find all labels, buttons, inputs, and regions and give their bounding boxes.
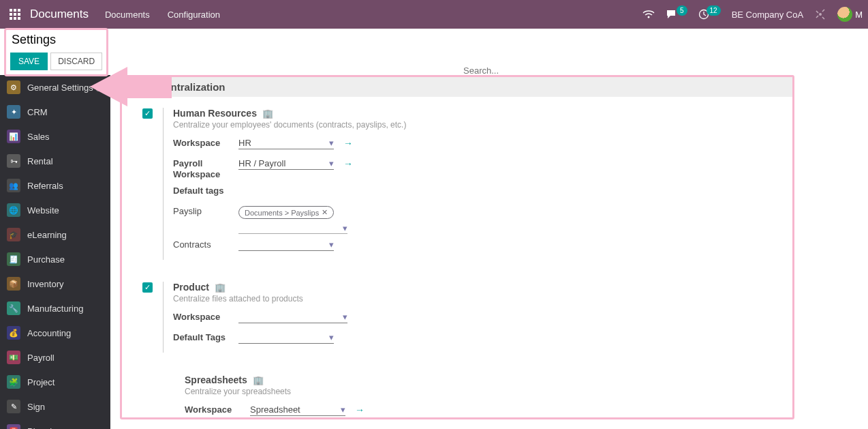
save-button[interactable]: SAVE — [10, 53, 48, 70]
section-header: Files Centralization — [122, 77, 792, 97]
hr-title: Human Resources — [173, 108, 257, 119]
sidebar-icon: 👥 — [7, 179, 20, 192]
sidebar-icon: 🎓 — [7, 228, 20, 241]
sidebar-item-label: Referrals — [27, 181, 63, 191]
user-initial: M — [855, 10, 863, 20]
hr-contracts-label: Contracts — [173, 239, 233, 250]
sidebar-icon: 💵 — [7, 351, 20, 364]
chat-badge: 5 — [677, 5, 687, 16]
sidebar-icon: 🌐 — [7, 203, 20, 217]
sidebar-item-planning[interactable]: 📅Planning — [0, 419, 110, 429]
avatar[interactable]: M — [837, 7, 863, 22]
settings-action-box: Settings SAVE DISCARD — [4, 28, 108, 76]
control-panel: Settings SAVE DISCARD Unsav — [0, 29, 868, 75]
sidebar-item-label: Sales — [27, 132, 50, 142]
svg-point-0 — [647, 16, 649, 18]
sidebar-item-sales[interactable]: 📊Sales — [0, 124, 110, 149]
sidebar-item-label: Rental — [27, 156, 53, 166]
sidebar-item-payroll[interactable]: 💵Payroll — [0, 345, 110, 370]
apps-menu-button[interactable] — [5, 5, 25, 24]
sidebar-item-label: General Settings — [27, 83, 93, 93]
sidebar-icon: 🧾 — [7, 252, 20, 266]
sidebar-item-label: Accounting — [27, 328, 71, 338]
sidebar-icon: 📦 — [7, 277, 20, 291]
sidebar-item-purchase[interactable]: 🧾Purchase — [0, 247, 110, 271]
sidebar-item-label: Website — [27, 205, 59, 216]
product-checkbox[interactable]: ✓ — [142, 282, 153, 293]
sidebar-item-referrals[interactable]: 👥Referrals — [0, 173, 110, 198]
sidebar-item-label: Project — [27, 377, 55, 387]
highlighted-settings-area: Files Centralization ✓ Human Resources 🏢… — [120, 75, 794, 419]
product-deftags-select[interactable]: ▾ — [238, 332, 334, 344]
sidebar-icon: 🧩 — [7, 375, 20, 389]
tag-remove-icon[interactable]: ✕ — [322, 208, 328, 217]
hr-workspace-select[interactable]: HR▾ — [238, 138, 334, 149]
sidebar-item-label: Payroll — [27, 353, 55, 363]
sidebar-icon: ✦ — [7, 105, 20, 119]
page-title: Settings — [12, 33, 102, 47]
spread-title: Spreadsheets — [185, 374, 247, 385]
sidebar-item-accounting[interactable]: 💰Accounting — [0, 321, 110, 345]
hr-workspace-label: Workspace — [173, 138, 233, 149]
sidebar-item-label: Planning — [27, 426, 62, 430]
hr-contracts-select[interactable]: ▾ — [238, 239, 334, 251]
sidebar-icon: 📊 — [7, 130, 20, 143]
sidebar-icon: ⚙ — [7, 80, 20, 94]
sidebar-item-inventory[interactable]: 📦Inventory — [0, 271, 110, 296]
sidebar-item-rental[interactable]: 🗝Rental — [0, 149, 110, 173]
spread-workspace-external-link[interactable]: → — [355, 404, 365, 415]
discard-button[interactable]: DISCARD — [50, 53, 102, 70]
hr-checkbox[interactable]: ✓ — [142, 108, 153, 119]
sidebar-icon: 📅 — [7, 424, 20, 429]
sidebar-item-sign[interactable]: ✎Sign — [0, 394, 110, 419]
company-switch[interactable]: BE Company CoA — [732, 10, 804, 20]
sidebar-item-elearning[interactable]: 🎓eLearning — [0, 222, 110, 247]
spread-desc: Centralize your spreadsheets — [185, 387, 776, 396]
hr-desc: Centralize your employees' documents (co… — [173, 120, 776, 130]
building-icon: 🏢 — [215, 282, 226, 293]
sidebar-item-label: Purchase — [27, 254, 65, 265]
hr-payslip-label: Payslip — [173, 206, 233, 217]
activities-icon[interactable]: 12 — [698, 9, 721, 20]
messaging-icon[interactable]: 5 — [666, 9, 687, 20]
sidebar-icon: 🗝 — [7, 154, 20, 168]
hr-workspace-external-link[interactable]: → — [343, 138, 353, 149]
debug-icon[interactable] — [814, 8, 826, 20]
app-name: Documents — [30, 8, 89, 21]
settings-sidebar: ⚙General Settings✦CRM📊Sales🗝Rental👥Refer… — [0, 75, 110, 429]
sidebar-icon: 🔧 — [7, 301, 20, 315]
sidebar-item-label: Sign — [27, 402, 45, 412]
topmenu-documents[interactable]: Documents — [98, 10, 157, 20]
sidebar-item-label: CRM — [27, 107, 48, 117]
svg-point-2 — [819, 13, 822, 16]
product-title: Product — [173, 282, 209, 293]
spread-workspace-select[interactable]: Spreadsheet▾ — [250, 404, 345, 416]
sidebar-icon: ✎ — [7, 400, 20, 413]
building-icon: 🏢 — [253, 375, 264, 385]
sidebar-item-label: Inventory — [27, 279, 63, 289]
sidebar-item-label: Manufacturing — [27, 304, 83, 314]
product-workspace-select[interactable]: ▾ — [238, 312, 347, 323]
hr-payroll-select[interactable]: HR / Payroll▾ — [238, 158, 334, 170]
building-icon: 🏢 — [262, 108, 273, 119]
spread-workspace-label: Workspace — [185, 404, 245, 415]
sidebar-icon: 💰 — [7, 326, 20, 340]
topbar: Documents Documents Configuration 5 12 B… — [0, 0, 868, 29]
sidebar-item-project[interactable]: 🧩Project — [0, 370, 110, 394]
hr-payslip-tag-input[interactable]: ▾ — [238, 223, 347, 234]
hr-payslip-tag[interactable]: Documents > Payslips✕ — [238, 206, 334, 219]
hr-deftags-label: Default tags — [173, 186, 233, 196]
clock-badge: 12 — [707, 5, 721, 16]
sidebar-item-manufacturing[interactable]: 🔧Manufacturing — [0, 296, 110, 321]
product-deftags-label: Default Tags — [173, 332, 233, 343]
product-desc: Centralize files attached to products — [173, 294, 776, 304]
product-workspace-label: Workspace — [173, 312, 233, 323]
topmenu-configuration[interactable]: Configuration — [161, 10, 227, 20]
hr-payroll-external-link[interactable]: → — [343, 158, 353, 169]
hr-payroll-label: Payroll Workspace — [173, 158, 233, 180]
sidebar-item-website[interactable]: 🌐Website — [0, 198, 110, 222]
wifi-icon[interactable] — [642, 10, 655, 19]
sidebar-item-label: eLearning — [27, 230, 67, 240]
